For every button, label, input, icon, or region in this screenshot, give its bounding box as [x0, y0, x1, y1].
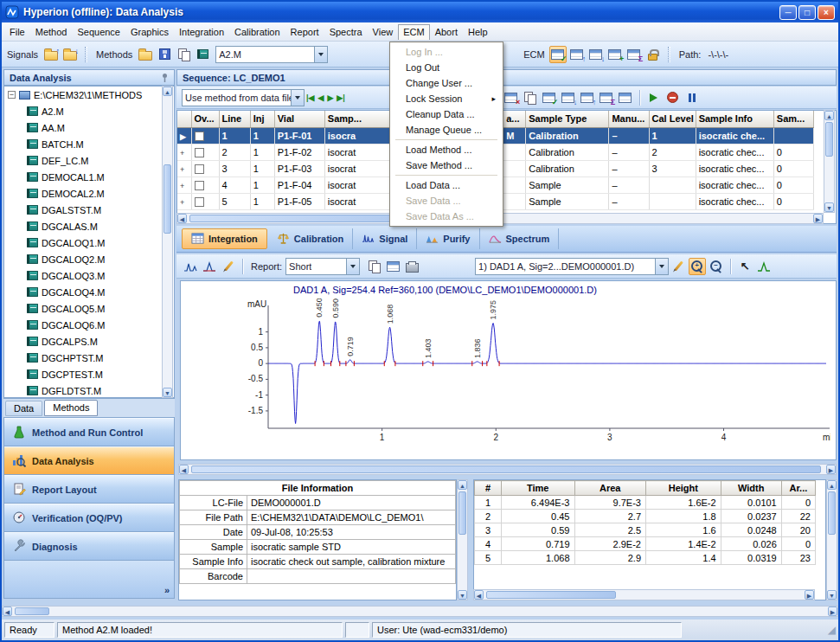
file-info-scrollbar-arrow-2[interactable]: ▼ [458, 590, 467, 600]
save-method-icon[interactable] [156, 46, 173, 63]
tab-methods[interactable]: Methods [44, 400, 98, 416]
cell-manual[interactable]: – [609, 144, 649, 160]
cell-a[interactable] [503, 160, 526, 177]
signal-combo[interactable]: 1) DAD1 A, Sig=2...DEMO000001.D) [475, 258, 669, 275]
cell-cal-level[interactable] [649, 177, 696, 193]
cell-inj[interactable]: 1 [250, 193, 274, 209]
cell-inj[interactable]: 1 [250, 127, 274, 144]
tab-calibration[interactable]: Calibration [268, 228, 353, 249]
sum-table-icon[interactable] [598, 89, 615, 106]
tree-scrollbar-thumb[interactable] [164, 164, 171, 234]
peak-table-vscrollbar[interactable]: ▲▼ [826, 479, 837, 600]
chromatogram-hscrollbar-thumb[interactable] [191, 465, 821, 473]
menu-help[interactable]: Help [463, 24, 493, 40]
expand-row-icon[interactable]: + [180, 198, 184, 207]
tree-expander-icon[interactable]: − [8, 91, 16, 99]
cell-manual[interactable]: – [609, 193, 649, 209]
row-selector-cell[interactable]: + [177, 193, 191, 209]
workspace-hscrollbar-arrow-1[interactable]: ◀ [3, 607, 12, 616]
peak-row[interactable]: 16.494E-39.7E-31.6E-20.01010 [475, 496, 816, 510]
chromatogram-hscrollbar-arrow-2[interactable]: ▶ [826, 465, 836, 474]
sequence-vscrollbar-arrow-1[interactable]: ▲ [824, 111, 834, 120]
restore-button[interactable]: □ [798, 5, 816, 20]
cell-sample-info[interactable]: isocratic chec... [696, 177, 773, 193]
cell-vial[interactable]: P1-F-01 [274, 127, 324, 144]
cell-sample-amount[interactable] [773, 127, 813, 144]
ecm-load-icon[interactable] [568, 46, 586, 63]
peak-table-vscrollbar-arrow-2[interactable]: ▼ [827, 590, 837, 600]
column-header-a[interactable]: a... [503, 111, 526, 127]
cell-line[interactable]: 5 [219, 193, 250, 209]
row-selector-cell[interactable]: + [177, 144, 191, 160]
cell-manual[interactable]: – [609, 177, 649, 193]
peak-table-hscrollbar-thumb[interactable] [486, 591, 616, 599]
peak-table-vscrollbar-arrow-1[interactable]: ▲ [827, 480, 837, 490]
row-selector-cell[interactable]: + [177, 177, 191, 193]
report-style-combo[interactable]: Short [285, 258, 360, 275]
integration-events-icon[interactable] [220, 258, 237, 275]
nav-verification-oq-pv[interactable]: Verification (OQ/PV) [4, 504, 174, 532]
run-checkbox[interactable] [195, 132, 204, 141]
tree-item-dgcaloq3-m[interactable]: DGCALOQ3.M [4, 267, 174, 284]
load-signal-icon[interactable] [42, 46, 60, 63]
menu-item-log-out[interactable]: Log Out [392, 60, 501, 75]
cell-sample-info[interactable]: isocratic chec... [696, 160, 773, 177]
sequence-vscrollbar[interactable]: ▲▼ [824, 110, 835, 213]
cell-vial[interactable]: P1-F-02 [274, 144, 324, 160]
menu-view[interactable]: View [368, 24, 399, 40]
cell-vial[interactable]: P1-F-05 [274, 193, 324, 209]
tree-item-dgalstst-m[interactable]: DGALSTST.M [4, 202, 174, 218]
tab-integration[interactable]: Integration [182, 228, 267, 249]
first-run-icon[interactable]: |◀ [305, 90, 316, 106]
column-header-height[interactable]: Height [646, 481, 721, 496]
cell-line[interactable]: 4 [219, 177, 250, 193]
method-book-icon[interactable] [194, 46, 211, 63]
menu-integration[interactable]: Integration [174, 24, 229, 40]
tree-item-dgcaloq4-m[interactable]: DGCALOQ4.M [4, 284, 174, 300]
menu-item-change-user[interactable]: Change User ... [392, 75, 501, 91]
peak-table-vscrollbar-thumb[interactable] [828, 491, 836, 535]
file-info-scrollbar-arrow-1[interactable]: ▲ [458, 480, 467, 490]
tree-item-dgfldtst-m[interactable]: DGFLDTST.M [4, 382, 174, 398]
ecm-load-data-icon[interactable] [606, 46, 624, 63]
method-combo[interactable]: A2.M [215, 46, 328, 63]
menu-item-load-data[interactable]: Load Data ... [392, 177, 501, 193]
ecm-lock-icon[interactable] [644, 46, 662, 63]
column-header-inj[interactable]: Inj [250, 111, 274, 127]
cell-cal-level[interactable]: 2 [649, 144, 696, 160]
column-header-area[interactable]: Area [574, 481, 646, 496]
peak-row[interactable]: 51.0682.91.40.031923 [475, 551, 816, 565]
cell-inj[interactable]: 1 [250, 144, 274, 160]
nav-data-analysis[interactable]: Data Analysis [4, 446, 174, 475]
tree-item-dgcptest-m[interactable]: DGCPTEST.M [4, 366, 174, 382]
peak-row[interactable]: 30.592.51.60.024820 [475, 523, 816, 537]
zoom-out-icon[interactable] [708, 258, 725, 275]
nav-report-layout[interactable]: Report Layout [4, 475, 174, 504]
sequence-hscrollbar-arrow-1[interactable]: ◀ [177, 214, 187, 223]
method-combo-arrow[interactable] [314, 47, 327, 62]
tree-scrollbar-arrow-2[interactable]: ▼ [163, 388, 172, 397]
overlaid-cell[interactable] [191, 193, 219, 209]
annotate-icon[interactable] [670, 258, 687, 275]
ecm-browser-icon[interactable] [549, 46, 567, 63]
row-selector-cell[interactable]: ▶ [177, 127, 191, 144]
cut-row-icon[interactable] [503, 89, 520, 106]
tree-item-aa-m[interactable]: AA.M [4, 119, 174, 136]
tree-item-dgcaloq2-m[interactable]: DGCALOQ2.M [4, 251, 174, 267]
cell-a[interactable] [503, 193, 526, 209]
save-signal-icon[interactable] [61, 46, 79, 63]
column-header-blank[interactable] [177, 111, 191, 127]
column-header-ar[interactable]: Ar... [781, 481, 815, 496]
cell-line[interactable]: 3 [219, 160, 250, 177]
menu-spectra[interactable]: Spectra [324, 24, 368, 40]
tree-root[interactable]: −E:\CHEM32\1\METHODS [4, 87, 174, 103]
workspace-hscrollbar-arrow-2[interactable]: ▶ [828, 607, 837, 616]
workspace-hscrollbar-thumb[interactable] [15, 607, 49, 615]
cell-inj[interactable]: 1 [250, 177, 274, 193]
column-header-manu[interactable]: Manu... [609, 111, 649, 127]
pointer-icon[interactable]: ↖ [736, 258, 753, 275]
menu-item-cleanup-data[interactable]: Cleanup Data ... [392, 106, 501, 122]
expand-row-icon[interactable]: + [180, 165, 184, 174]
report-style-arrow[interactable] [346, 259, 359, 274]
sequence-vscrollbar-arrow-2[interactable]: ▼ [824, 202, 834, 212]
